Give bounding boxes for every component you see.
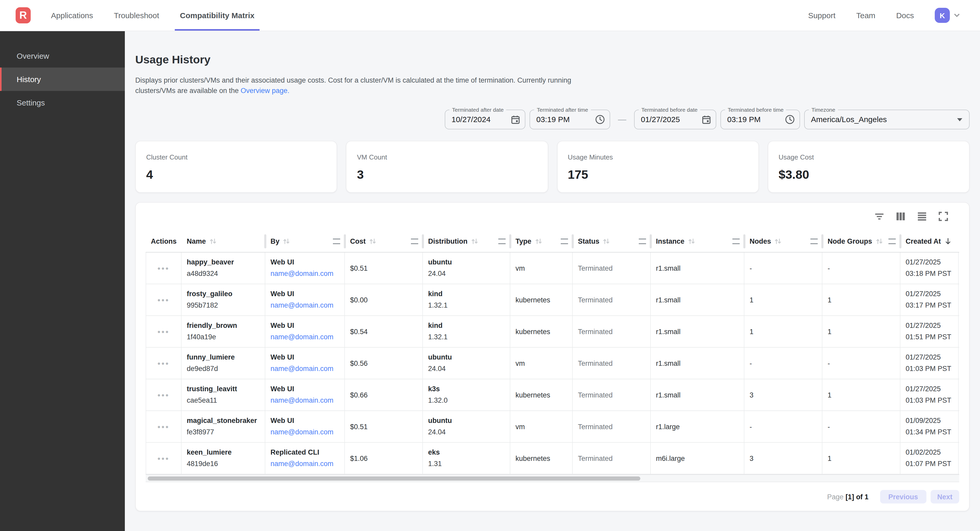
sort-icon[interactable]: [688, 238, 695, 244]
previous-page-button[interactable]: Previous: [880, 490, 926, 504]
cell-actions: •••: [146, 411, 181, 442]
sort-icon[interactable]: [283, 238, 290, 244]
filter-icon[interactable]: [874, 211, 884, 222]
email-link[interactable]: name@domain.com: [270, 269, 333, 277]
overview-page-link[interactable]: Overview page.: [240, 87, 290, 94]
row-actions-button[interactable]: •••: [158, 454, 170, 463]
email-link[interactable]: name@domain.com: [270, 396, 333, 404]
table-row: •••happy_beavera48d9324Web UIname@domain…: [146, 252, 959, 284]
clock-icon[interactable]: [785, 114, 795, 124]
cell-line1: kind: [428, 320, 510, 331]
sidebar-item-settings[interactable]: Settings: [0, 91, 125, 114]
sort-icon[interactable]: [775, 238, 781, 244]
nav-tab-troubleshoot[interactable]: Troubleshoot: [109, 0, 164, 31]
cell-line1: 01/02/2025: [905, 447, 958, 458]
chevron-down-icon[interactable]: [953, 13, 960, 17]
email-link[interactable]: name@domain.com: [270, 333, 333, 341]
column-header-name[interactable]: Name: [181, 230, 265, 252]
app-logo[interactable]: R: [16, 7, 31, 24]
filter-field-terminated-before-time[interactable]: Terminated before time03:19 PM: [721, 109, 800, 129]
sort-icon[interactable]: [210, 238, 216, 244]
row-actions-button[interactable]: •••: [158, 327, 170, 336]
description-line1: Displays prior clusters/VMs and their as…: [135, 76, 571, 84]
email-link[interactable]: name@domain.com: [270, 365, 333, 372]
sort-icon[interactable]: [603, 238, 610, 244]
email-link[interactable]: name@domain.com: [270, 428, 333, 436]
row-actions-button[interactable]: •••: [158, 422, 170, 431]
filter-field-terminated-after-time[interactable]: Terminated after time03:19 PM: [530, 109, 610, 129]
row-actions-button[interactable]: •••: [158, 359, 170, 368]
column-header-node_groups[interactable]: Node Groups: [822, 230, 900, 252]
row-actions-button[interactable]: •••: [158, 295, 170, 304]
description-line2: clusters/VMs are available on the: [135, 87, 240, 94]
table-row: •••magical_stonebrakerfe3f8977Web UIname…: [146, 411, 959, 443]
column-header-by[interactable]: By: [265, 230, 345, 252]
column-menu-icon[interactable]: [810, 238, 818, 244]
clock-icon[interactable]: [595, 114, 605, 124]
cell-actions: •••: [146, 316, 181, 347]
cell-line2: 24.04: [428, 363, 510, 374]
cell-actions: •••: [146, 284, 181, 315]
sort-icon[interactable]: [369, 238, 376, 244]
column-header-status[interactable]: Status: [573, 230, 651, 252]
column-header-created_at[interactable]: Created At: [900, 230, 959, 252]
stat-label: Usage Cost: [779, 153, 969, 161]
columns-icon[interactable]: [895, 211, 905, 222]
column-menu-icon[interactable]: [561, 238, 568, 244]
scrollbar-thumb[interactable]: [148, 476, 640, 480]
column-header-instance[interactable]: Instance: [651, 230, 745, 252]
density-icon[interactable]: [916, 211, 927, 222]
cell-line2: 01:07 PM PST: [905, 458, 958, 469]
email-link[interactable]: name@domain.com: [270, 301, 333, 309]
column-menu-icon[interactable]: [888, 238, 896, 244]
row-actions-button[interactable]: •••: [158, 264, 170, 273]
sort-icon[interactable]: [535, 238, 542, 244]
cell-created_at: 01/27/202501:03 PM PST: [900, 379, 959, 411]
user-menu[interactable]: K: [935, 8, 960, 23]
email-link[interactable]: name@domain.com: [270, 460, 333, 468]
column-menu-icon[interactable]: [333, 238, 340, 244]
column-menu-icon[interactable]: [498, 238, 506, 244]
fullscreen-icon[interactable]: [938, 211, 948, 222]
nav-link-team[interactable]: Team: [856, 11, 875, 20]
column-label: Instance: [656, 237, 684, 245]
row-actions-button[interactable]: •••: [158, 390, 170, 399]
table-header-row: ActionsNameByCostDistributionTypeStatusI…: [146, 230, 959, 252]
sidebar-item-overview[interactable]: Overview: [0, 44, 125, 68]
horizontal-scrollbar[interactable]: [146, 474, 959, 482]
column-header-distribution[interactable]: Distribution: [423, 230, 510, 252]
filter-field-timezone[interactable]: TimezoneAmerica/Los_Angeles: [804, 109, 970, 129]
nav-tab-compatibility-matrix[interactable]: Compatibility Matrix: [175, 0, 260, 31]
nav-link-docs[interactable]: Docs: [896, 11, 914, 20]
table-body: •••happy_beavera48d9324Web UIname@domain…: [146, 252, 959, 474]
calendar-icon[interactable]: [701, 114, 711, 124]
sort-desc-icon[interactable]: [945, 238, 951, 245]
column-menu-icon[interactable]: [411, 238, 418, 244]
filter-field-terminated-after-date[interactable]: Terminated after date10/27/2024: [445, 109, 525, 129]
next-page-button[interactable]: Next: [930, 490, 959, 504]
cell-name: frosty_galileo995b7182: [181, 284, 265, 315]
filter-field-terminated-before-date[interactable]: Terminated before date01/27/2025: [634, 109, 716, 129]
nav-tab-applications[interactable]: Applications: [46, 0, 98, 31]
calendar-icon[interactable]: [510, 114, 520, 124]
cell-line1: kind: [428, 288, 510, 300]
avatar[interactable]: K: [935, 8, 950, 23]
cell-line2: cae5ea11: [187, 395, 265, 406]
column-header-nodes[interactable]: Nodes: [745, 230, 822, 252]
column-menu-icon[interactable]: [732, 238, 740, 244]
cell-cost: $0.54: [345, 316, 423, 347]
sort-icon[interactable]: [471, 238, 478, 244]
cell-line1: eks: [428, 447, 510, 458]
sidebar-item-history[interactable]: History: [0, 68, 125, 91]
nav-link-support[interactable]: Support: [808, 11, 835, 20]
cell-nodes: 1: [745, 284, 822, 315]
sort-icon[interactable]: [876, 238, 883, 244]
column-menu-icon[interactable]: [639, 238, 646, 244]
usage-table: ActionsNameByCostDistributionTypeStatusI…: [146, 230, 959, 482]
cell-nodes: -: [745, 411, 822, 442]
column-header-cost[interactable]: Cost: [345, 230, 423, 252]
caret-down-icon[interactable]: [955, 114, 964, 124]
cell-line1: happy_beaver: [187, 257, 265, 268]
column-header-type[interactable]: Type: [510, 230, 573, 252]
cell-distribution: kind1.32.1: [423, 316, 510, 347]
